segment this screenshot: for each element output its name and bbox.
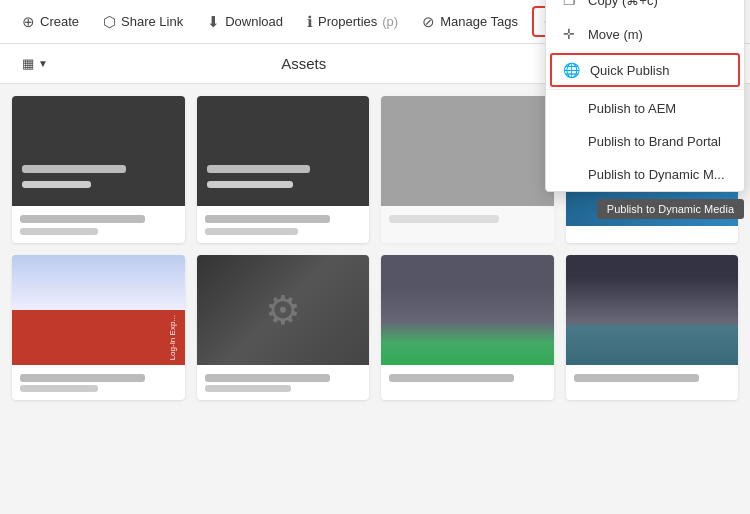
gear-image: ⚙	[197, 255, 370, 365]
manage-tags-button[interactable]: ⊘ Manage Tags	[412, 7, 528, 37]
asset-thumbnail	[12, 96, 185, 206]
info-icon: ℹ	[307, 13, 313, 31]
properties-button[interactable]: ℹ Properties (p)	[297, 7, 408, 37]
city-image	[381, 255, 554, 365]
view-toggle-button[interactable]: ▦ ▼	[16, 52, 54, 75]
move-item[interactable]: ✛ Move (m)	[546, 17, 744, 51]
asset-thumbnail	[566, 255, 739, 365]
asset-info	[197, 206, 370, 243]
asset-card[interactable]: ⚙	[197, 255, 370, 400]
chevron-down-icon: ▼	[38, 58, 48, 69]
publish-aem-item[interactable]: Publish to AEM	[546, 92, 744, 125]
asset-thumbnail: Log-In Exp...	[12, 255, 185, 365]
download-button[interactable]: ⬇ Download	[197, 7, 293, 37]
asset-card[interactable]	[12, 96, 185, 243]
publish-dynamic-item[interactable]: Publish to Dynamic M... Publish to Dynam…	[546, 158, 744, 191]
asset-thumbnail: ⚙	[197, 255, 370, 365]
asset-thumbnail	[381, 96, 554, 206]
asset-thumbnail	[197, 96, 370, 206]
main-content: FOLDER WKND Events 📶 wknd-events Pending…	[0, 84, 750, 412]
share-link-button[interactable]: ⬡ Share Link	[93, 7, 193, 37]
create-button[interactable]: ⊕ Create	[12, 7, 89, 37]
assets-title: Assets	[62, 55, 546, 72]
asset-grid: FOLDER WKND Events 📶 wknd-events Pending…	[0, 84, 750, 412]
asset-card[interactable]	[566, 255, 739, 400]
asset-card[interactable]	[197, 96, 370, 243]
copy-icon: ❐	[560, 0, 578, 8]
share-icon: ⬡	[103, 13, 116, 31]
plus-icon: ⊕	[22, 13, 35, 31]
asset-card[interactable]: Log-In Exp...	[12, 255, 185, 400]
dropdown-menu: ⊞ To Collection ⊡ Create Review Task ❐ C…	[545, 0, 745, 192]
copy-item[interactable]: ❐ Copy (⌘+c)	[546, 0, 744, 17]
asset-card[interactable]	[381, 96, 554, 243]
publish-icon: 🌐	[562, 62, 580, 78]
move-icon: ✛	[560, 26, 578, 42]
asset-card[interactable]	[381, 255, 554, 400]
quick-publish-item[interactable]: 🌐 Quick Publish	[550, 53, 740, 87]
red-overlay: Log-In Exp...	[12, 310, 185, 365]
publish-dynamic-tooltip: Publish to Dynamic Media	[597, 199, 744, 219]
asset-info	[12, 206, 185, 243]
grid-view-icon: ▦	[22, 56, 34, 71]
download-icon: ⬇	[207, 13, 220, 31]
divider	[546, 89, 744, 90]
tag-icon: ⊘	[422, 13, 435, 31]
asset-thumbnail	[381, 255, 554, 365]
publish-brand-item[interactable]: Publish to Brand Portal	[546, 125, 744, 158]
ski-image	[12, 255, 185, 310]
